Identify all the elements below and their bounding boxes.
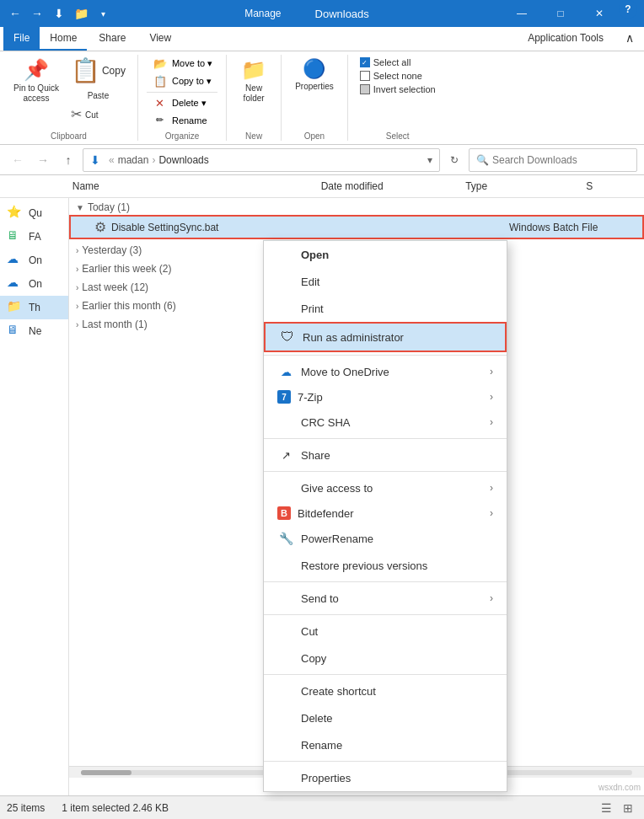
- ctx-create-shortcut[interactable]: Create shortcut: [264, 677, 507, 704]
- open-group: 🔵 Properties Open: [282, 55, 348, 141]
- dropdown-icon[interactable]: ▾: [94, 5, 111, 22]
- header-name[interactable]: Name: [66, 179, 314, 194]
- select-all-button[interactable]: ✓ Select all: [357, 56, 439, 68]
- sidebar-item-onedrive-2[interactable]: ☁ On: [0, 272, 68, 296]
- ctx-sendto-arrow: ›: [490, 592, 493, 604]
- status-bar: 25 items 1 item selected 2.46 KB ☰ ⊞: [0, 795, 644, 819]
- ctx-edit[interactable]: Edit: [264, 268, 507, 295]
- ctx-rename[interactable]: Rename: [264, 731, 507, 758]
- ctx-7zip[interactable]: 7 7-Zip ›: [264, 385, 507, 409]
- sidebar-item-quick[interactable]: ⭐ Qu: [0, 201, 68, 225]
- ctx-give-access-icon: [277, 479, 294, 496]
- ctx-powerrename[interactable]: 🔧 PowerRename: [264, 525, 507, 552]
- select-all-checkbox[interactable]: ✓: [360, 57, 370, 67]
- ctx-share[interactable]: ↗ Share: [264, 442, 507, 468]
- new-folder-button[interactable]: 📁 New folder: [235, 55, 272, 107]
- organize-group-label: Organize: [165, 128, 200, 141]
- group-today-header[interactable]: ▼ Today (1): [69, 200, 644, 215]
- tab-share[interactable]: Share: [87, 27, 137, 51]
- ctx-7zip-label: 7-Zip: [298, 391, 490, 404]
- ctx-properties[interactable]: Properties: [264, 764, 507, 791]
- ctx-copy-icon: [277, 650, 294, 666]
- select-none-button[interactable]: Select none: [357, 70, 439, 82]
- properties-button[interactable]: 🔵 Properties: [290, 55, 339, 95]
- group-earlier-week-label: Earlier this week (2): [82, 263, 171, 275]
- maximize-button[interactable]: □: [541, 0, 580, 27]
- ctx-crcsha-icon: [277, 414, 294, 431]
- ctx-move-onedrive[interactable]: ☁ Move to OneDrive ›: [264, 358, 507, 385]
- rename-button[interactable]: ✏ Rename: [147, 112, 217, 128]
- properties-icon: 🔵: [303, 58, 325, 80]
- ctx-give-access[interactable]: Give access to ›: [264, 474, 507, 501]
- cut-button[interactable]: ✂ Cut: [67, 104, 129, 124]
- ctx-crcsha-arrow: ›: [490, 416, 493, 428]
- ctx-open[interactable]: Open: [264, 241, 507, 268]
- ctx-onedrive-label: Move to OneDrive: [301, 366, 490, 378]
- network-icon: 🖥: [7, 323, 24, 340]
- ribbon-toggle[interactable]: ∧: [619, 27, 641, 49]
- expand-yesterday-icon: ›: [76, 246, 78, 255]
- sidebar-item-fa[interactable]: 🖥 FA: [0, 225, 68, 249]
- manage-tab[interactable]: Manage: [228, 3, 298, 24]
- close-button[interactable]: ✕: [580, 0, 619, 27]
- ctx-bitdefender-label: Bitdefender: [298, 507, 490, 520]
- ctx-cut[interactable]: Cut: [264, 618, 507, 645]
- ctx-restore-versions[interactable]: Restore previous versions: [264, 552, 507, 579]
- ctx-send-to[interactable]: Send to ›: [264, 585, 507, 612]
- up-button[interactable]: ↑: [57, 149, 79, 171]
- minimize-button[interactable]: —: [502, 0, 541, 27]
- forward-button[interactable]: →: [32, 149, 54, 171]
- details-view-icon[interactable]: ☰: [597, 799, 615, 817]
- move-to-button[interactable]: 📂 Move to ▾: [147, 55, 217, 72]
- refresh-button[interactable]: ↻: [443, 149, 465, 171]
- tab-file[interactable]: File: [3, 27, 40, 51]
- invert-checkbox[interactable]: [360, 84, 370, 94]
- copy-to-button[interactable]: 📋 Copy to ▾: [147, 72, 217, 90]
- tab-application-tools[interactable]: Application Tools: [516, 27, 615, 51]
- help-button[interactable]: ?: [619, 0, 637, 19]
- ctx-bitdefender[interactable]: B Bitdefender ›: [264, 501, 507, 525]
- scrollbar-thumb[interactable]: [81, 770, 131, 775]
- search-box[interactable]: 🔍: [469, 148, 637, 172]
- select-none-checkbox[interactable]: [360, 71, 370, 81]
- header-date[interactable]: Date modified: [314, 179, 459, 194]
- pin-quick-access-button[interactable]: 📌 Pin to Quick access: [8, 55, 64, 107]
- tab-view[interactable]: View: [137, 27, 183, 51]
- file-item-disable-settingsync[interactable]: ⚙ Disable SettingSync.bat Windows Batch …: [69, 215, 644, 239]
- item-count: 25 items: [7, 802, 45, 814]
- this-pc-icon: 📁: [7, 299, 24, 316]
- sidebar-item-network[interactable]: 🖥 Ne: [0, 319, 68, 343]
- header-type[interactable]: Type: [459, 179, 579, 194]
- copy-button[interactable]: 📋 Copy: [67, 55, 129, 86]
- path-dropdown-icon[interactable]: ▾: [427, 154, 432, 166]
- ctx-copy[interactable]: Copy: [264, 645, 507, 672]
- ctx-run-as-admin[interactable]: 🛡 Run as administrator: [264, 322, 507, 352]
- search-icon: 🔍: [476, 154, 489, 166]
- search-input[interactable]: [492, 154, 630, 166]
- invert-selection-button[interactable]: Invert selection: [357, 83, 439, 95]
- paste-button[interactable]: Paste: [67, 88, 129, 103]
- properties-label: Properties: [295, 82, 334, 92]
- sidebar-item-onedrive-1[interactable]: ☁ On: [0, 249, 68, 272]
- fa-icon: 🖥: [7, 228, 24, 245]
- header-size[interactable]: S: [579, 179, 644, 194]
- ctx-shortcut-label: Create shortcut: [301, 685, 493, 698]
- ctx-sendto-label: Send to: [301, 592, 490, 605]
- group-yesterday-label: Yesterday (3): [82, 244, 142, 256]
- ctx-crcsha[interactable]: CRC SHA ›: [264, 409, 507, 436]
- ctx-delete[interactable]: Delete: [264, 704, 507, 731]
- back-button[interactable]: ←: [7, 149, 29, 171]
- path-separator: ›: [152, 154, 155, 166]
- address-path[interactable]: ⬇ « madan › Downloads ▾: [83, 148, 440, 172]
- tiles-view-icon[interactable]: ⊞: [619, 799, 637, 817]
- delete-button[interactable]: ✕ Delete ▾: [147, 94, 217, 112]
- select-content: ✓ Select all Select none Invert selectio…: [357, 55, 439, 128]
- ctx-crcsha-label: CRC SHA: [301, 416, 490, 429]
- tab-home[interactable]: Home: [40, 27, 87, 51]
- pin-label: Pin to Quick access: [13, 83, 59, 104]
- ctx-print[interactable]: Print: [264, 295, 507, 322]
- sidebar-item-this-pc[interactable]: 📁 Th: [0, 296, 68, 319]
- onedrive-icon-2: ☁: [7, 276, 24, 292]
- ctx-onedrive-icon: ☁: [277, 363, 294, 380]
- cut-label: Cut: [85, 110, 99, 120]
